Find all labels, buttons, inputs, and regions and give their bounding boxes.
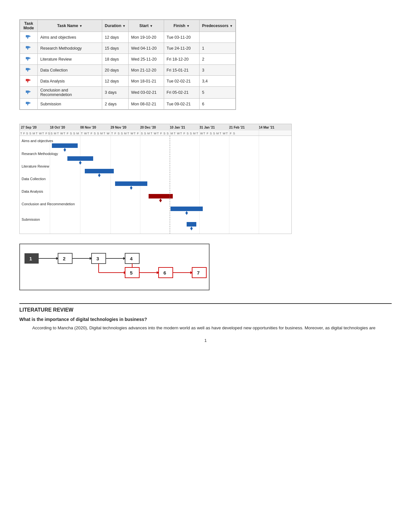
th-start: Start ▼: [128, 20, 164, 32]
svg-rect-12: [26, 79, 29, 81]
table-row: Data Collection20 daysMon 21-12-20Fri 15…: [20, 65, 236, 76]
task-name-cell: Research Methodology: [38, 43, 102, 54]
svg-text:S: S: [29, 132, 31, 135]
svg-text:S: S: [97, 132, 99, 135]
svg-text:T: T: [127, 132, 129, 135]
task-finish-cell: Fri 15-01-21: [164, 65, 199, 76]
svg-text:S: S: [121, 132, 123, 135]
task-finish-cell: Tue 09-02-21: [164, 99, 199, 110]
task-finish-cell: Tue 24-11-20: [164, 43, 199, 54]
task-mode-cell: [20, 76, 38, 87]
svg-text:M: M: [193, 132, 196, 135]
task-mode-icon: [25, 100, 32, 107]
svg-text:1: 1: [29, 256, 32, 261]
network-diagram-wrapper: 1 2 3 4 5 6: [19, 244, 210, 290]
task-finish-cell: Tue 03-11-20: [164, 32, 199, 43]
task-pred-cell: 5: [199, 87, 235, 99]
section-paragraph: According to Mancha (2020), Digital tech…: [19, 324, 392, 332]
svg-text:T: T: [226, 132, 228, 135]
task-duration-cell: 3 days: [102, 87, 129, 99]
svg-marker-16: [29, 91, 31, 93]
svg-text:T: T: [196, 132, 198, 135]
task-mode-icon: [25, 89, 32, 96]
svg-rect-9: [26, 68, 29, 70]
svg-text:T: T: [64, 132, 65, 135]
task-finish-cell: Fri 05-02-21: [164, 87, 199, 99]
svg-text:S: S: [190, 132, 192, 135]
task-mode-icon: [25, 33, 32, 40]
task-pred-cell: 3,4: [199, 76, 235, 87]
svg-text:Conclusion and Recommendetion: Conclusion and Recommendetion: [22, 202, 75, 206]
svg-text:S: S: [144, 132, 146, 135]
task-name-cell: Literature Review: [38, 54, 102, 65]
svg-text:T: T: [20, 132, 22, 135]
svg-text:T: T: [81, 132, 83, 135]
th-finish: Finish ▼: [164, 20, 199, 32]
svg-rect-108: [52, 143, 78, 148]
svg-text:M: M: [147, 132, 150, 135]
svg-text:F: F: [137, 132, 139, 135]
task-name-cell: Data Analysis: [38, 76, 102, 87]
svg-text:F: F: [67, 132, 69, 135]
th-name: Task Name ▼: [38, 20, 102, 32]
svg-text:W: W: [154, 132, 157, 135]
svg-text:M: M: [33, 132, 35, 135]
literature-review-section: LITERATURE REVIEW What is the importance…: [19, 303, 392, 332]
svg-rect-123: [171, 207, 203, 211]
svg-text:2: 2: [63, 256, 65, 261]
th-duration: Duration ▼: [102, 20, 129, 32]
gantt-chart-wrapper: 27 Sep '20 18 Oct '20 08 Nov '20 29 Nov …: [19, 124, 292, 234]
svg-text:S: S: [51, 132, 53, 135]
svg-text:T: T: [180, 132, 182, 135]
svg-text:27 Sep '20: 27 Sep '20: [21, 126, 37, 129]
svg-text:F: F: [160, 132, 162, 135]
svg-text:T: T: [111, 132, 113, 135]
svg-text:F: F: [45, 132, 47, 135]
svg-marker-115: [98, 173, 101, 177]
svg-text:F: F: [91, 132, 93, 135]
table-row: Data Analysis12 daysMon 18-01-21Tue 02-0…: [20, 76, 236, 87]
svg-marker-118: [130, 186, 132, 190]
svg-text:6: 6: [163, 270, 166, 276]
svg-text:W: W: [107, 132, 110, 135]
svg-text:Submission: Submission: [22, 218, 40, 221]
th-predecessors: Predecessors ▼: [199, 20, 235, 32]
svg-text:4: 4: [130, 256, 133, 261]
svg-marker-4: [29, 46, 31, 48]
svg-text:S: S: [213, 132, 215, 135]
task-pred-cell: 2: [199, 54, 235, 65]
svg-rect-120: [149, 194, 173, 198]
svg-text:T: T: [220, 132, 221, 135]
svg-text:29 Nov '20: 29 Nov '20: [111, 126, 127, 129]
svg-text:S: S: [118, 132, 120, 135]
task-mode-icon: [25, 77, 32, 84]
svg-text:Aims and objectives: Aims and objectives: [22, 139, 53, 143]
table-row: Research Methodology15 daysWed 04-11-20T…: [20, 43, 236, 54]
task-mode-icon: [25, 66, 32, 73]
svg-rect-15: [26, 91, 29, 93]
task-start-cell: Mon 19-10-20: [128, 32, 164, 43]
task-name-cell: Aims and objectives: [38, 32, 102, 43]
task-duration-cell: 18 days: [102, 54, 129, 65]
svg-text:Literature Review: Literature Review: [22, 164, 49, 168]
svg-marker-112: [79, 161, 82, 165]
svg-marker-19: [29, 102, 31, 104]
task-finish-cell: Fri 18-12-20: [164, 54, 199, 65]
table-row: Aims and objectives12 daysMon 19-10-20Tu…: [20, 32, 236, 43]
svg-text:M: M: [216, 132, 219, 135]
svg-text:W: W: [39, 132, 42, 135]
svg-marker-124: [185, 211, 188, 215]
task-mode-icon: [25, 44, 32, 51]
task-pred-cell: 1: [199, 43, 235, 54]
svg-text:T: T: [157, 132, 159, 135]
table-row: Conclusion andRecommendetion3 daysWed 03…: [20, 87, 236, 99]
svg-rect-111: [67, 156, 93, 161]
gantt-svg: 27 Sep '20 18 Oct '20 08 Nov '20 29 Nov …: [20, 124, 292, 234]
svg-text:S: S: [94, 132, 96, 135]
task-duration-cell: 12 days: [102, 32, 129, 43]
task-table-wrapper: TaskMode Task Name ▼ Duration ▼ Start ▼ …: [19, 19, 236, 110]
task-mode-cell: [20, 32, 38, 43]
task-name-cell: Data Collection: [38, 65, 102, 76]
task-duration-cell: 20 days: [102, 65, 129, 76]
task-name-cell: Conclusion andRecommendetion: [38, 87, 102, 99]
